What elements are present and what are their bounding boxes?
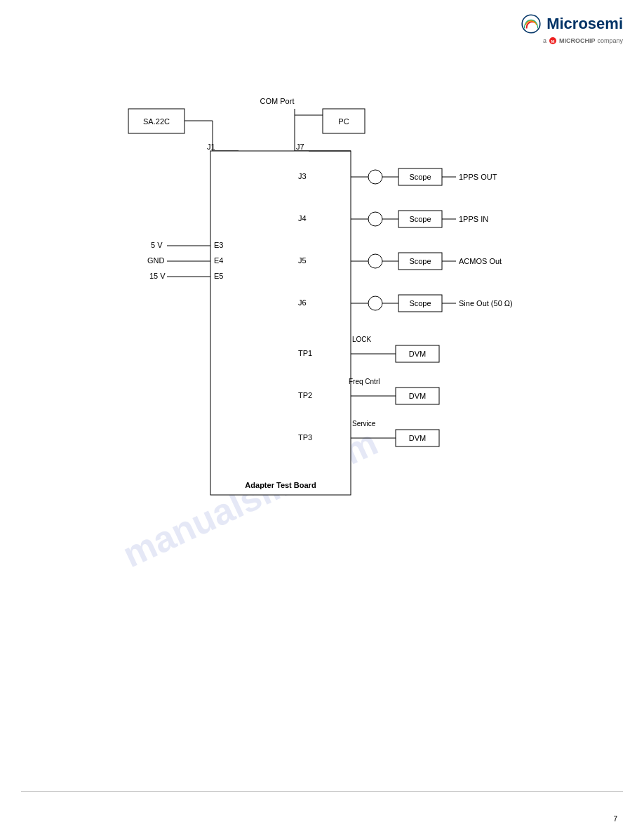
logo-a-text: a xyxy=(543,37,546,44)
diagram-overlay: SA.22C COM Port PC J1 J7 Adapter Test Bo… xyxy=(0,0,644,834)
svg-text:SA.22C: SA.22C xyxy=(143,117,170,126)
svg-text:E4: E4 xyxy=(214,256,223,265)
svg-rect-6 xyxy=(323,109,365,133)
svg-text:M: M xyxy=(551,39,554,44)
svg-point-45 xyxy=(368,254,382,268)
svg-text:TP3: TP3 xyxy=(298,433,312,442)
svg-text:J3: J3 xyxy=(298,172,307,180)
svg-point-37 xyxy=(368,212,382,226)
svg-text:Service: Service xyxy=(352,420,376,428)
svg-text:COM Port: COM Port xyxy=(260,97,295,105)
microsemi-logo: Microsemi xyxy=(520,13,623,35)
svg-text:Sine Out (50 Ω): Sine Out (50 Ω) xyxy=(459,299,513,307)
svg-text:Scope: Scope xyxy=(409,299,431,307)
svg-text:DVM: DVM xyxy=(409,392,426,400)
svg-text:15 V: 15 V xyxy=(149,272,166,280)
svg-text:J6: J6 xyxy=(298,298,307,307)
svg-text:J5: J5 xyxy=(298,256,307,265)
svg-rect-62 xyxy=(396,345,439,362)
logo-subtext: a M MICROCHIP company xyxy=(543,37,623,45)
svg-text:DVM: DVM xyxy=(409,434,426,442)
header: Microsemi a M MICROCHIP company xyxy=(520,13,623,45)
svg-rect-16 xyxy=(210,151,351,495)
svg-rect-47 xyxy=(398,253,442,270)
svg-text:Scope: Scope xyxy=(409,257,431,265)
svg-rect-55 xyxy=(398,295,442,312)
svg-text:Scope: Scope xyxy=(409,173,431,181)
svg-rect-67 xyxy=(396,388,439,404)
svg-text:1PPS OUT: 1PPS OUT xyxy=(459,173,497,181)
svg-text:7: 7 xyxy=(613,815,617,823)
svg-text:PC: PC xyxy=(338,117,349,126)
svg-text:LOCK: LOCK xyxy=(352,336,372,343)
svg-text:TP1: TP1 xyxy=(298,349,312,357)
svg-text:TP2: TP2 xyxy=(298,391,312,399)
svg-text:J4: J4 xyxy=(298,214,307,223)
svg-text:GND: GND xyxy=(147,256,165,265)
svg-text:1PPS IN: 1PPS IN xyxy=(459,215,488,223)
microchip-icon: M xyxy=(549,37,557,45)
bottom-divider xyxy=(21,791,623,792)
svg-text:J1: J1 xyxy=(207,143,215,151)
watermark: manualslib.com xyxy=(116,421,384,576)
svg-text:E3: E3 xyxy=(214,241,223,249)
svg-text:ACMOS Out: ACMOS Out xyxy=(459,257,502,265)
svg-rect-72 xyxy=(396,430,439,446)
svg-rect-3 xyxy=(128,109,185,133)
svg-text:Adapter Test Board: Adapter Test Board xyxy=(245,481,316,489)
microsemi-logo-icon xyxy=(520,13,542,35)
company-text: company xyxy=(597,37,623,44)
svg-text:DVM: DVM xyxy=(409,350,426,358)
svg-text:E5: E5 xyxy=(214,272,223,280)
svg-text:Scope: Scope xyxy=(409,215,431,223)
svg-text:5 V: 5 V xyxy=(151,241,163,249)
svg-text:Freq Cntrl: Freq Cntrl xyxy=(349,378,380,385)
svg-rect-31 xyxy=(398,168,442,185)
svg-point-53 xyxy=(368,296,382,310)
svg-text:J7: J7 xyxy=(296,143,304,151)
svg-point-29 xyxy=(368,170,382,184)
microsemi-logo-text: Microsemi xyxy=(546,15,623,33)
svg-rect-39 xyxy=(398,211,442,227)
microchip-text: MICROCHIP xyxy=(559,37,596,44)
